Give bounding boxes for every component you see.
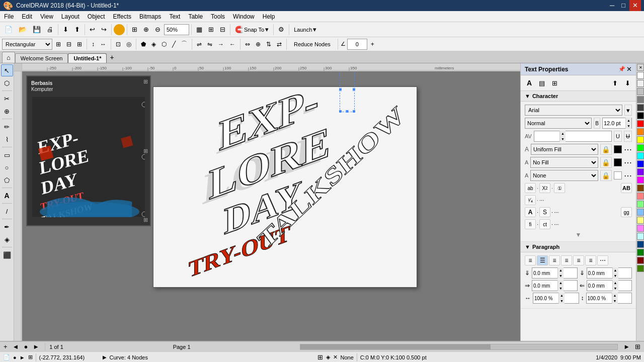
indent-right-up[interactable]: ▲ xyxy=(612,280,618,286)
section-expand[interactable]: ▼ xyxy=(525,231,632,238)
save-button[interactable]: 💾 xyxy=(30,23,43,36)
align-right-button[interactable]: ≡ xyxy=(549,255,560,265)
strikethrough-button[interactable]: U xyxy=(624,131,632,142)
props-icon-frame[interactable]: ▤ xyxy=(536,77,547,88)
options-btn[interactable]: ⚙ xyxy=(276,23,287,36)
yellow-swatch[interactable] xyxy=(637,136,644,143)
scale-v-down[interactable]: ▼ xyxy=(612,298,618,304)
menu-table[interactable]: Table xyxy=(184,11,207,22)
green-swatch[interactable] xyxy=(637,144,644,151)
tb2-btn2[interactable]: ⊟ xyxy=(64,38,73,50)
menu-edit[interactable]: Edit xyxy=(18,11,36,22)
bg-more-button[interactable]: ⋯ xyxy=(624,171,632,180)
spacing-before-up[interactable]: ▲ xyxy=(557,267,564,273)
shape-select[interactable]: Rectangular xyxy=(2,39,52,50)
add-page-button[interactable]: + xyxy=(2,343,9,350)
align-force-button[interactable]: ≡ xyxy=(573,255,584,265)
outline-more-button[interactable]: ⋯ xyxy=(624,158,632,167)
menu-tools[interactable]: Tools xyxy=(207,11,229,22)
zoomin-button[interactable]: ⊕ xyxy=(141,23,151,36)
scale-h-down[interactable]: ▼ xyxy=(558,298,565,304)
publish-button[interactable] xyxy=(114,24,125,35)
menu-file[interactable]: File xyxy=(0,11,18,22)
freehand-tool[interactable]: ✏ xyxy=(1,121,13,133)
violet-swatch[interactable] xyxy=(637,168,644,175)
menu-text[interactable]: Text xyxy=(165,11,184,22)
tb2-btn3[interactable]: ⊞ xyxy=(75,38,84,50)
outline-color-swatch[interactable] xyxy=(614,158,622,166)
font-browse-button[interactable]: ▾ xyxy=(624,105,632,116)
tb2-btn5[interactable]: ↔ xyxy=(98,38,108,50)
hscroll-thumb[interactable] xyxy=(300,344,491,349)
status-quality-button[interactable]: ⊞ xyxy=(317,353,323,361)
paragraph-section-header[interactable]: ▼ Paragraph xyxy=(521,242,636,252)
font-style-select[interactable]: Normal xyxy=(525,118,592,129)
fit-button[interactable]: ⊞ xyxy=(129,23,140,36)
tb2-align[interactable]: ⊕ xyxy=(254,38,263,50)
darkgray-swatch[interactable] xyxy=(637,104,644,111)
scale-v-up[interactable]: ▲ xyxy=(612,293,618,298)
ct-ligature-button[interactable]: ct xyxy=(539,219,550,229)
red-swatch[interactable] xyxy=(637,120,644,127)
align-none-button[interactable]: ≡ xyxy=(585,255,596,265)
export-button[interactable]: ⬆ xyxy=(72,23,83,36)
canvas-inner[interactable]: Berbasis Komputer EXP- xyxy=(22,71,520,341)
tb2-stretch[interactable]: ⇔ xyxy=(243,38,252,50)
fill-color-swatch[interactable] xyxy=(614,145,622,153)
lightgray-swatch[interactable] xyxy=(637,80,644,87)
fill-tool[interactable]: ◈ xyxy=(1,233,13,245)
lightblue-swatch[interactable] xyxy=(637,209,644,216)
ligature-button[interactable]: gg xyxy=(621,207,632,217)
next-page-button[interactable]: ► xyxy=(31,343,41,350)
tb2-reflect-v[interactable]: ⇄ xyxy=(275,38,284,50)
tb2-btn6[interactable]: ⊡ xyxy=(114,38,123,50)
blue-swatch[interactable] xyxy=(637,160,644,167)
superscript-button[interactable]: ab xyxy=(525,183,536,193)
menu-help[interactable]: Help xyxy=(259,11,279,22)
guideline-btn[interactable]: ⊟ xyxy=(217,23,228,36)
tb2-btn1[interactable]: ⊞ xyxy=(54,38,63,50)
font-size-down[interactable]: ▼ xyxy=(625,123,631,129)
indent-right-input[interactable] xyxy=(587,283,612,289)
kern-down[interactable]: ▼ xyxy=(559,136,566,142)
status-page-icon[interactable]: 📄 xyxy=(3,354,10,360)
outline-lock-button[interactable]: 🔒 xyxy=(600,157,612,168)
spacing-before-input[interactable] xyxy=(532,270,557,276)
tb2-break[interactable]: ← xyxy=(227,38,237,50)
indent-left-up[interactable]: ▲ xyxy=(557,280,564,286)
indent-left-down[interactable]: ▼ xyxy=(557,286,564,291)
cyan-swatch[interactable] xyxy=(637,152,644,159)
tb2-reflect-h[interactable]: ⇅ xyxy=(264,38,273,50)
bg-color-swatch[interactable] xyxy=(614,171,622,179)
status-end-button[interactable]: ⊞ xyxy=(28,354,33,360)
fraction-button[interactable]: ¹⁄₄ xyxy=(525,195,536,205)
crop-tool[interactable]: ✂ xyxy=(1,93,13,105)
status-forward-button[interactable]: ► xyxy=(20,354,25,360)
zoom-input[interactable]: 50% xyxy=(164,24,189,35)
scroll-right-button[interactable]: ► xyxy=(622,343,631,350)
lightcyan-swatch[interactable] xyxy=(637,233,644,240)
caps-button[interactable]: AB xyxy=(621,183,632,193)
status-record-button[interactable]: ● xyxy=(13,354,17,360)
lightmagenta-swatch[interactable] xyxy=(637,225,644,232)
canvas-area[interactable]: -250 -200 -150 -100 -50 0 50 100 150 200 xyxy=(14,63,520,341)
tb2-joinall[interactable]: ⇌ xyxy=(195,38,204,50)
connector-tool[interactable]: / xyxy=(1,205,13,217)
tb2-smooth[interactable]: ◈ xyxy=(149,38,158,50)
darkred-swatch[interactable] xyxy=(637,257,644,264)
olive-swatch[interactable] xyxy=(637,265,644,272)
add-tab-button[interactable]: + xyxy=(107,52,117,63)
underline-button[interactable]: U xyxy=(614,131,622,142)
no-color-swatch[interactable]: ✕ xyxy=(637,64,644,71)
hscroll-track[interactable] xyxy=(300,344,618,350)
panel-pin-button[interactable]: 📌 xyxy=(618,65,625,73)
ordinal-button[interactable]: ① xyxy=(554,183,565,193)
tb2-join[interactable]: → xyxy=(216,38,226,50)
redo-button[interactable]: ↪ xyxy=(99,23,109,36)
launch-btn[interactable]: Launch ▾ xyxy=(291,23,319,36)
tb2-symm[interactable]: ⬡ xyxy=(159,38,169,50)
spacing-after-up[interactable]: ▲ xyxy=(612,267,618,273)
props-icon-export[interactable]: ⬆ xyxy=(609,77,620,88)
scale-h-up[interactable]: ▲ xyxy=(558,293,565,298)
tb2-btn7[interactable]: ◎ xyxy=(124,38,133,50)
